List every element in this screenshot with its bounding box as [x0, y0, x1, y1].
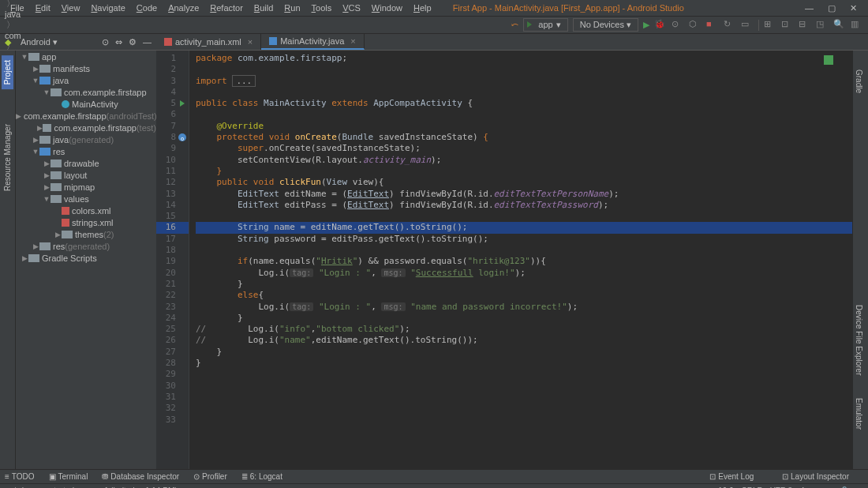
stop-icon[interactable]: ■ — [706, 19, 719, 32]
attach-icon[interactable]: ⬡ — [689, 19, 702, 32]
bottom-tool-database-inspector[interactable]: ⛃ Database Inspector — [102, 472, 179, 481]
tree-item-values[interactable]: values — [16, 193, 156, 205]
bottom-tool-terminal[interactable]: ▣ Terminal — [49, 472, 88, 481]
minimize-button[interactable]: — — [805, 3, 814, 13]
tree-item-colors-xml[interactable]: colors.xml — [16, 205, 156, 216]
bottom-tool-event-log[interactable]: ⊡ Event Log — [709, 472, 754, 481]
menu-code[interactable]: Code — [131, 3, 163, 13]
menu-run[interactable]: Run — [279, 3, 305, 13]
bottom-tool-logcat[interactable]: ≣ 6: Logcat — [241, 472, 282, 481]
xml-file-icon — [164, 38, 172, 46]
editor-tabs: activity_main.xml × MainActivity.java × — [156, 34, 365, 50]
run-gutter-icon[interactable] — [180, 100, 185, 107]
bottom-tool-todo[interactable]: ≡ TODO — [5, 472, 35, 481]
tree-item-java[interactable]: java (generated) — [16, 133, 156, 145]
run-config-selector[interactable]: app — [523, 18, 567, 32]
tree-item-MainActivity[interactable]: MainActivity — [16, 98, 156, 110]
tree-item-themes[interactable]: themes (2) — [16, 228, 156, 240]
vtab-device-file-explorer[interactable]: Device File Explorer — [853, 302, 865, 378]
tree-item-strings-xml[interactable]: strings.xml — [16, 216, 156, 228]
tree-item-mipmap[interactable]: mipmap — [16, 181, 156, 193]
tree-item-layout[interactable]: layout — [16, 169, 156, 181]
bottom-tool-tabs: ≡ TODO▣ Terminal⛃ Database Inspector⊙ Pr… — [0, 469, 868, 483]
vtab-resource-manager[interactable]: Resource Manager — [3, 121, 12, 194]
tree-item-manifests[interactable]: manifests — [16, 62, 156, 74]
menu-analyze[interactable]: Analyze — [163, 3, 204, 13]
search-icon[interactable]: 🔍 — [833, 19, 846, 32]
hide-icon[interactable]: — — [143, 37, 152, 47]
menu-tools[interactable]: Tools — [306, 3, 338, 13]
code-area[interactable]: package com.example.firstapp; import ...… — [189, 51, 852, 469]
menubar: File Edit View Navigate Code Analyze Ref… — [0, 0, 868, 16]
tree-item-drawable[interactable]: drawable — [16, 157, 156, 169]
tree-item-Gradle Scripts[interactable]: Gradle Scripts — [16, 252, 156, 264]
tree-item-com-example-firstapp[interactable]: com.example.firstapp (test) — [16, 122, 156, 133]
java-file-icon — [269, 37, 277, 45]
right-tool-strip: Gradle Device File Explorer Emulator — [852, 51, 868, 469]
code-editor[interactable]: o 12345678910111213141516171819202122232… — [156, 51, 852, 469]
close-button[interactable]: ✕ — [850, 3, 857, 13]
run-button[interactable]: ▶ — [643, 20, 649, 30]
left-tool-strip: Project Resource Manager — [0, 51, 16, 469]
override-gutter-icon[interactable]: o — [178, 133, 186, 141]
gear-icon[interactable]: ⚙ — [129, 37, 137, 47]
menu-build[interactable]: Build — [249, 3, 279, 13]
breadcrumb-java[interactable]: java — [5, 9, 62, 19]
project-view-selector[interactable]: Android — [14, 36, 64, 49]
bottom-tool-profiler[interactable]: ⊙ Profiler — [193, 472, 227, 481]
main-content: Project Resource Manager appmanifestsjav… — [0, 51, 868, 469]
status-bar: ▢ * daemon started successfully (today 1… — [0, 483, 868, 488]
validation-indicator[interactable] — [824, 55, 833, 65]
close-tab-icon[interactable]: × — [350, 36, 355, 46]
toolbar: ◆ Android ⊙ ⇔ ⚙ — activity_main.xml × Ma… — [0, 33, 868, 51]
tab-activity-main-xml[interactable]: activity_main.xml × — [156, 34, 261, 50]
menu-refactor[interactable]: Refactor — [204, 3, 249, 13]
menu-navigate[interactable]: Navigate — [85, 3, 130, 13]
tree-item-com-example-firstapp[interactable]: com.example.firstapp (androidTest) — [16, 110, 156, 122]
target-icon[interactable]: ⊙ — [102, 37, 109, 47]
toolbar-icon-5[interactable]: ▥ — [851, 19, 863, 32]
android-icon: ◆ — [5, 37, 11, 47]
toolbar-icon-2[interactable]: ⊡ — [781, 19, 794, 32]
breadcrumb-bar: FirstApp〉app〉src〉main〉java〉com〉example〉f… — [0, 16, 868, 33]
avd-icon[interactable]: ▭ — [741, 19, 754, 32]
tree-item-res[interactable]: res (generated) — [16, 240, 156, 252]
tree-item-com-example-firstapp[interactable]: com.example.firstapp — [16, 86, 156, 98]
menu-window[interactable]: Window — [366, 3, 408, 13]
toolbar-icon-1[interactable]: ⊞ — [764, 19, 776, 32]
tree-item-app[interactable]: app — [16, 51, 156, 62]
menu-help[interactable]: Help — [408, 3, 437, 13]
tree-item-java[interactable]: java — [16, 74, 156, 86]
expand-icon[interactable]: ⇔ — [115, 37, 122, 47]
sync-icon[interactable]: ⤺ — [511, 20, 518, 30]
debug-icon[interactable]: 🐞 — [654, 19, 667, 32]
profile-icon[interactable]: ⊙ — [672, 19, 684, 32]
menu-vcs[interactable]: VCS — [337, 3, 366, 13]
close-tab-icon[interactable]: × — [248, 37, 253, 47]
vtab-project[interactable]: Project — [2, 55, 13, 89]
toolbar-icon-4[interactable]: ◳ — [816, 19, 829, 32]
vtab-gradle[interactable]: Gradle — [853, 66, 865, 96]
line-number-gutter: o 12345678910111213141516171819202122232… — [156, 51, 189, 469]
project-tree[interactable]: appmanifestsjavacom.example.firstappMain… — [16, 51, 156, 469]
sync-gradle-icon[interactable]: ↻ — [724, 19, 736, 32]
vtab-emulator[interactable]: Emulator — [853, 395, 865, 433]
device-selector[interactable]: No Devices — [573, 18, 638, 32]
toolbar-icon-3[interactable]: ⊟ — [799, 19, 811, 32]
window-title: First App - MainActivity.java [First_App… — [453, 3, 684, 13]
bottom-tool-layout-inspector[interactable]: ⊡ Layout Inspector — [782, 472, 849, 481]
tree-item-res[interactable]: res — [16, 145, 156, 157]
toolbar-right: ⤺ app No Devices ▶ 🐞 ⊙ ⬡ ■ ↻ ▭ ⊞ ⊡ ⊟ ◳ 🔍… — [511, 18, 863, 32]
tab-mainactivity-java[interactable]: MainActivity.java × — [261, 34, 365, 50]
maximize-button[interactable]: ▢ — [828, 3, 836, 13]
